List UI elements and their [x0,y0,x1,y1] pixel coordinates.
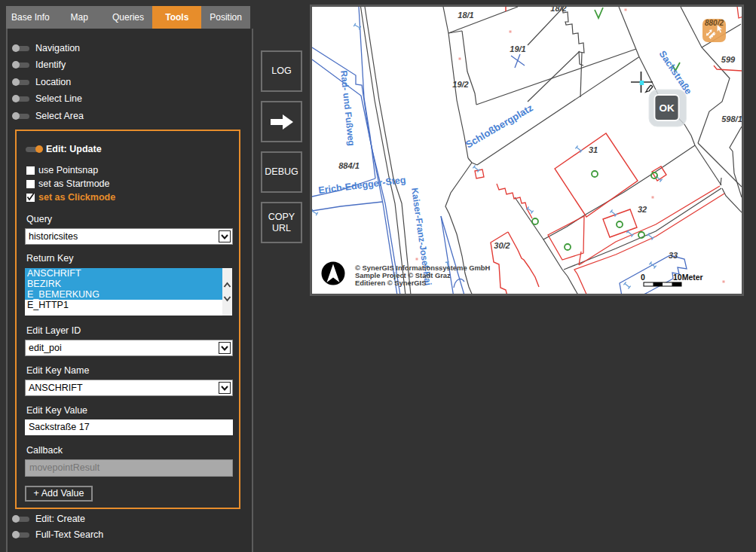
svg-text:884/1: 884/1 [338,161,360,170]
svg-text:32: 32 [638,205,647,214]
svg-text:880/2: 880/2 [705,19,724,27]
svg-text:19/2: 19/2 [452,80,468,89]
svg-text:33: 33 [669,251,678,260]
svg-text:19/1: 19/1 [510,44,525,53]
svg-text:10Meter: 10Meter [673,273,703,282]
svg-text:18/1: 18/1 [458,11,473,20]
svg-text:31: 31 [589,145,598,154]
svg-text:0: 0 [641,273,645,282]
svg-text:Editieren © SynerGIS: Editieren © SynerGIS [355,279,426,287]
svg-text:30/2: 30/2 [494,241,510,250]
svg-text:OK: OK [659,102,675,114]
svg-text:598/1: 598/1 [721,114,742,124]
svg-text:599: 599 [721,55,736,64]
